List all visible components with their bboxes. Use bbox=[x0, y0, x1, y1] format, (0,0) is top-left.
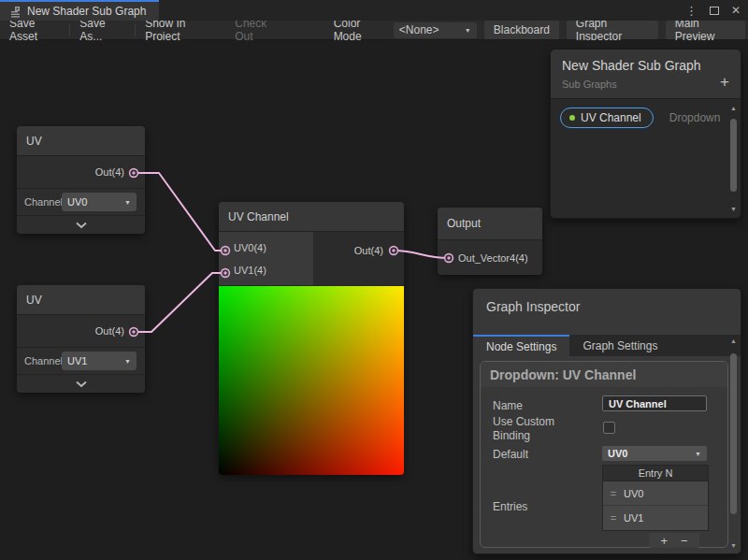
property-type-label: Dropdown bbox=[669, 111, 721, 124]
inspector-body: Dropdown: UV Channel Name UV Channel Use… bbox=[473, 356, 741, 552]
edge-uvb-to-uv1[interactable] bbox=[134, 273, 225, 332]
blackboard-header: New Shader Sub Graph Sub Graphs + bbox=[551, 50, 741, 99]
channel-value: UV0 bbox=[67, 196, 87, 208]
section-title: Dropdown: UV Channel bbox=[481, 362, 727, 387]
chevron-down-icon: ▼ bbox=[465, 27, 471, 34]
toolbar: Save Asset Save As... Show In Project Ch… bbox=[0, 21, 748, 40]
blackboard-subtitle: Sub Graphs bbox=[562, 79, 729, 90]
scrollbar-thumb[interactable] bbox=[730, 353, 737, 514]
port-label-out: Out(4) bbox=[95, 166, 124, 178]
uv-channel-node[interactable]: UV Channel UV0(4) UV1(4) Out(4) bbox=[219, 202, 404, 475]
tab-node-settings[interactable]: Node Settings bbox=[473, 335, 569, 356]
chevron-down-icon: ▼ bbox=[124, 358, 131, 365]
maximize-icon[interactable] bbox=[710, 7, 719, 15]
blackboard-title: New Shader Sub Graph bbox=[562, 58, 729, 73]
color-mode-label: Color Mode bbox=[326, 17, 394, 43]
dropdown-settings-section: Dropdown: UV Channel Name UV Channel Use… bbox=[480, 361, 728, 548]
collapse-preview-button[interactable] bbox=[17, 216, 145, 234]
entry-label: UV1 bbox=[624, 512, 643, 524]
name-label: Name bbox=[493, 399, 523, 412]
node-title[interactable]: Output bbox=[438, 208, 542, 240]
subgraph-asset-icon bbox=[9, 6, 22, 18]
color-mode-dropdown[interactable]: <None> ▼ bbox=[394, 22, 477, 38]
scrollbar-track[interactable] bbox=[729, 113, 738, 205]
channel-label: Channel bbox=[24, 196, 62, 208]
edge-uva-to-uv0[interactable] bbox=[134, 173, 225, 251]
remove-entry-button[interactable]: − bbox=[681, 535, 688, 547]
port-label-out-vector4: Out_Vector4(4) bbox=[458, 252, 528, 264]
entries-header: Entry N bbox=[603, 466, 708, 481]
chevron-down-icon bbox=[75, 222, 88, 229]
inspector-scrollbar[interactable]: ▲ ▼ bbox=[728, 337, 739, 551]
chevron-down-icon bbox=[75, 381, 88, 388]
title-bar: New Shader Sub Graph ⋮ ✕ bbox=[0, 0, 748, 21]
uv-channel-dropdown[interactable]: UV0 ▼ bbox=[62, 193, 137, 211]
node-title[interactable]: UV bbox=[17, 285, 145, 315]
use-custom-binding-checkbox[interactable] bbox=[603, 422, 615, 434]
entry-row-uv1[interactable]: = UV1 bbox=[603, 506, 708, 530]
drag-handle-icon[interactable]: = bbox=[603, 512, 624, 524]
close-icon[interactable]: ✕ bbox=[731, 4, 741, 17]
tab-title: New Shader Sub Graph bbox=[27, 5, 146, 18]
add-entry-button[interactable]: + bbox=[660, 535, 668, 547]
chevron-down-icon: ▼ bbox=[695, 451, 701, 457]
scrollbar-thumb[interactable] bbox=[730, 119, 737, 192]
check-out-button: Check Out bbox=[225, 21, 292, 40]
port-label-out: Out(4) bbox=[95, 325, 124, 337]
name-value: UV Channel bbox=[609, 398, 667, 409]
graph-inspector-panel[interactable]: Graph Inspector Node Settings Graph Sett… bbox=[472, 288, 741, 554]
entries-label: Entries bbox=[493, 500, 527, 513]
property-pill-uv-channel[interactable]: UV Channel bbox=[560, 108, 654, 128]
save-asset-button[interactable]: Save Asset bbox=[0, 21, 69, 40]
scroll-up-icon[interactable]: ▲ bbox=[730, 104, 737, 113]
output-node[interactable]: Output Out_Vector4(4) bbox=[438, 208, 542, 275]
blackboard-row[interactable]: UV Channel Dropdown bbox=[560, 108, 731, 128]
property-name: UV Channel bbox=[581, 111, 641, 124]
uv-node-a[interactable]: UV Out(4) Channel UV0 ▼ bbox=[17, 126, 145, 234]
channel-label: Channel bbox=[24, 355, 62, 366]
drag-handle-icon[interactable]: = bbox=[603, 488, 624, 499]
show-in-project-button[interactable]: Show In Project bbox=[136, 21, 225, 40]
add-property-button[interactable]: + bbox=[720, 74, 729, 90]
node-title[interactable]: UV Channel bbox=[219, 202, 404, 232]
uv-gradient-preview bbox=[219, 286, 404, 475]
window-menu-icon[interactable]: ⋮ bbox=[685, 4, 698, 18]
main-preview-toggle-button[interactable]: Main Preview bbox=[666, 21, 745, 39]
port-label-uv1: UV1(4) bbox=[234, 265, 266, 276]
channel-value: UV1 bbox=[67, 355, 87, 366]
blackboard-toggle-button[interactable]: Blackboard bbox=[484, 21, 559, 39]
entry-row-uv0[interactable]: = UV0 bbox=[603, 481, 708, 506]
node-title[interactable]: UV bbox=[17, 126, 145, 156]
tab-graph-settings[interactable]: Graph Settings bbox=[569, 335, 670, 356]
entries-list[interactable]: Entry N = UV0 = UV1 bbox=[602, 465, 709, 531]
collapse-preview-button[interactable] bbox=[17, 375, 145, 393]
scroll-up-icon[interactable]: ▲ bbox=[730, 337, 737, 346]
scrollbar-track[interactable] bbox=[729, 346, 738, 541]
use-custom-binding-label: Use Custom Binding bbox=[493, 415, 579, 443]
uv-node-b[interactable]: UV Out(4) Channel UV1 ▼ bbox=[17, 285, 145, 393]
color-mode-value: <None> bbox=[399, 23, 439, 36]
blackboard-panel[interactable]: New Shader Sub Graph Sub Graphs + UV Cha… bbox=[550, 49, 741, 219]
graph-inspector-toggle-button[interactable]: Graph Inspector bbox=[567, 21, 658, 39]
port-label-uv0: UV0(4) bbox=[234, 242, 266, 253]
port-label-out: Out(4) bbox=[354, 245, 383, 256]
default-label: Default bbox=[493, 448, 528, 461]
inspector-tabs: Node Settings Graph Settings bbox=[473, 335, 741, 356]
default-value: UV0 bbox=[608, 448, 627, 459]
entries-footer: + − bbox=[649, 533, 699, 548]
name-field[interactable]: UV Channel bbox=[602, 395, 707, 411]
default-dropdown[interactable]: UV0 ▼ bbox=[602, 446, 707, 461]
chevron-down-icon: ▼ bbox=[124, 199, 131, 206]
scroll-down-icon[interactable]: ▼ bbox=[730, 205, 737, 214]
uv-channel-dropdown[interactable]: UV1 ▼ bbox=[62, 352, 137, 370]
save-as-button[interactable]: Save As... bbox=[70, 21, 135, 40]
scroll-down-icon[interactable]: ▼ bbox=[730, 541, 737, 551]
entry-label: UV0 bbox=[624, 488, 643, 499]
graph-canvas[interactable]: UV Out(4) Channel UV0 ▼ UV Out(4) Channe… bbox=[0, 40, 748, 560]
blackboard-scrollbar[interactable]: ▲ ▼ bbox=[728, 104, 739, 214]
inspector-title: Graph Inspector bbox=[473, 289, 741, 335]
document-tab[interactable]: New Shader Sub Graph bbox=[0, 0, 159, 21]
exposed-dot-icon bbox=[569, 115, 575, 121]
